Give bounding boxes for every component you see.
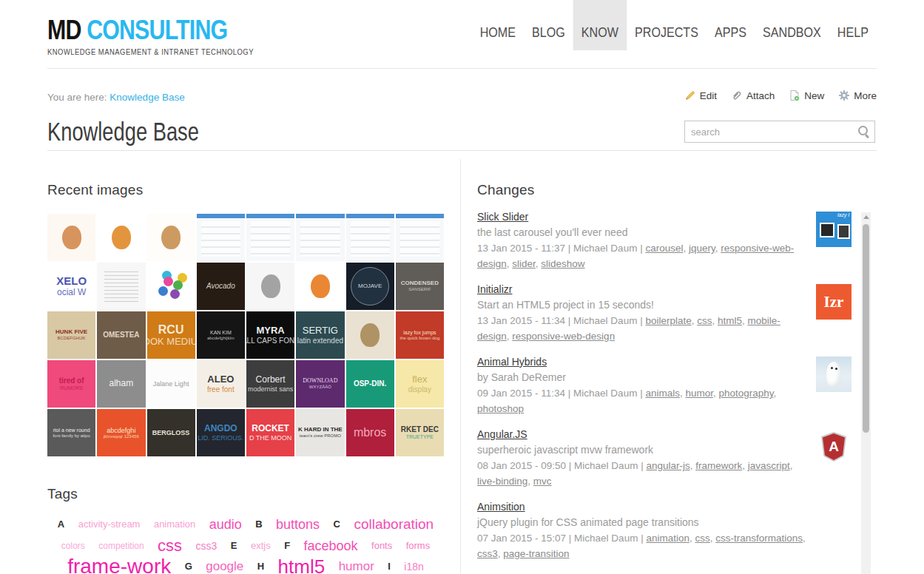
image-thumbnail[interactable]: [346, 214, 394, 261]
image-thumbnail[interactable]: flexdisplay: [396, 360, 444, 408]
image-thumbnail[interactable]: [197, 214, 245, 261]
image-thumbnail[interactable]: OSP-DIN.: [346, 360, 394, 408]
tag-link-fonts[interactable]: fonts: [371, 540, 392, 551]
change-entry-tag-link[interactable]: html5: [718, 315, 742, 326]
image-thumbnail[interactable]: abcdefghijklmnopqr 123456: [97, 409, 145, 456]
image-thumbnail[interactable]: HUNK FIVEBCDEFGHIJK: [47, 311, 95, 359]
image-thumbnail[interactable]: ROCKETD THE MOON: [246, 409, 294, 456]
change-entry-title-link[interactable]: Angular.JS: [477, 428, 527, 440]
nav-item-blog[interactable]: BLOG: [524, 0, 573, 50]
change-entry-tag-link[interactable]: humor: [685, 388, 713, 399]
image-thumbnail[interactable]: MOJAVE: [346, 263, 394, 310]
tag-link-css3[interactable]: css3: [196, 540, 217, 552]
change-entry-tag-link[interactable]: slider: [512, 258, 536, 269]
toolbar-action-edit[interactable]: Edit: [684, 90, 717, 101]
image-thumbnail[interactable]: alham: [97, 360, 145, 408]
image-thumbnail[interactable]: riol a new roundfont-family by atipo: [47, 409, 95, 456]
image-thumbnail[interactable]: CONDENSEDSANSERIF: [396, 263, 444, 310]
scroll-up-arrow-icon[interactable]: [861, 212, 871, 222]
tag-link-audio[interactable]: audio: [209, 517, 242, 532]
tag-link-colors[interactable]: colors: [61, 541, 85, 551]
change-entry-tag-link[interactable]: page-transition: [503, 548, 569, 559]
image-thumbnail[interactable]: [346, 311, 394, 359]
change-entry-tag-link[interactable]: slideshow: [541, 258, 584, 269]
image-thumbnail[interactable]: Avocado: [197, 263, 245, 310]
image-thumbnail[interactable]: [47, 214, 95, 261]
change-entry-tag-link[interactable]: mvc: [533, 476, 552, 487]
tag-link-collaboration[interactable]: collaboration: [354, 516, 434, 532]
change-entry-thumbnail[interactable]: [816, 357, 852, 392]
change-entry-title-link[interactable]: Slick Slider: [477, 211, 528, 223]
image-thumbnail[interactable]: Corbertmodernist sans: [246, 360, 294, 408]
image-thumbnail[interactable]: DOWNLOADWXYZÅÄÖ: [296, 360, 344, 408]
tag-link-frame-work[interactable]: frame-work: [67, 555, 171, 574]
tag-link-css[interactable]: css: [158, 536, 182, 555]
toolbar-action-new[interactable]: New: [789, 90, 824, 101]
tag-link-extjs[interactable]: extjs: [251, 540, 271, 551]
nav-item-sandbox[interactable]: SANDBOX: [755, 0, 829, 50]
change-entry-title-link[interactable]: Animal Hybrids: [477, 356, 547, 368]
image-thumbnail[interactable]: [97, 214, 145, 261]
change-entry-tag-link[interactable]: live-binding: [477, 476, 527, 487]
image-thumbnail[interactable]: [147, 214, 195, 261]
image-thumbnail[interactable]: [97, 263, 145, 310]
nav-item-home[interactable]: HOME: [472, 0, 524, 50]
tag-link-forms[interactable]: forms: [406, 540, 431, 551]
image-thumbnail[interactable]: SERTIGlatin extended: [296, 311, 344, 359]
tag-link-competition[interactable]: competition: [98, 541, 144, 551]
change-entry-tag-link[interactable]: javascript: [748, 460, 790, 471]
change-entry-tag-link[interactable]: css-transformations: [715, 533, 803, 544]
image-thumbnail[interactable]: ANGDOLID. SERIOUS.: [197, 409, 245, 456]
change-entry-tag-link[interactable]: carousel: [645, 243, 683, 254]
image-thumbnail[interactable]: Jalane Light: [147, 360, 195, 408]
image-thumbnail[interactable]: BERGLOSS: [147, 409, 195, 456]
tag-link-animation[interactable]: animation: [154, 519, 195, 530]
image-thumbnail[interactable]: [147, 263, 195, 310]
image-thumbnail[interactable]: RCUBOOK MEDIUM: [147, 311, 195, 359]
image-thumbnail[interactable]: [296, 263, 344, 310]
tag-link-i18n[interactable]: i18n: [404, 561, 423, 573]
nav-item-help[interactable]: HELP: [829, 0, 877, 50]
image-thumbnail[interactable]: lazy fox jumpsthe quick brown dog: [396, 311, 444, 359]
image-thumbnail[interactable]: [396, 214, 444, 261]
change-entry-tag-link[interactable]: angular-js: [646, 460, 689, 471]
change-entry-thumbnail[interactable]: A: [816, 429, 852, 465]
nav-item-know[interactable]: KNOW: [573, 0, 627, 50]
nav-item-projects[interactable]: PROJECTS: [627, 0, 707, 50]
tag-link-google[interactable]: google: [206, 559, 243, 573]
change-entry-tag-link[interactable]: css: [697, 315, 712, 326]
change-entry-title-link[interactable]: Initializr: [477, 283, 512, 295]
image-thumbnail[interactable]: MYRAALL CAPS FONT: [246, 311, 294, 359]
magnifier-icon[interactable]: [856, 124, 872, 140]
image-thumbnail[interactable]: [296, 214, 344, 261]
brand-logo[interactable]: MD CONSULTING KNOWLEDGE MANAGEMENT & INT…: [47, 16, 254, 56]
tag-link-activity-stream[interactable]: activity-stream: [78, 519, 141, 530]
toolbar-action-attach[interactable]: Attach: [731, 90, 775, 101]
tag-link-html5[interactable]: html5: [278, 556, 326, 574]
change-entry-tag-link[interactable]: css3: [477, 548, 498, 559]
nav-item-apps[interactable]: APPS: [707, 0, 755, 50]
change-entry-tag-link[interactable]: animation: [646, 533, 689, 544]
image-thumbnail[interactable]: KAN KIMabcdefghijklm: [197, 311, 245, 359]
change-entry-tag-link[interactable]: css: [695, 533, 709, 544]
change-entry-tag-link[interactable]: framework: [695, 460, 742, 471]
image-thumbnail[interactable]: K HARD IN THEteam's crew PROMO: [296, 409, 344, 456]
tag-link-buttons[interactable]: buttons: [276, 517, 320, 532]
change-entry-tag-link[interactable]: responsive-web-design: [512, 331, 615, 342]
scrollbar-thumb[interactable]: [863, 224, 869, 433]
image-thumbnail[interactable]: [246, 214, 294, 261]
breadcrumb-link-knowledge-base[interactable]: Knowledge Base: [109, 92, 184, 103]
image-thumbnail[interactable]: XELOocial W: [47, 263, 95, 310]
image-thumbnail[interactable]: RKET DECTRUETYPE: [396, 409, 444, 456]
change-entry-tag-link[interactable]: photography: [718, 388, 773, 399]
change-entry-tag-link[interactable]: photoshop: [477, 403, 524, 414]
change-entry-tag-link[interactable]: animals: [645, 388, 680, 399]
toolbar-action-more[interactable]: More: [838, 90, 877, 101]
search-input[interactable]: [685, 126, 856, 138]
change-entry-tag-link[interactable]: jquery: [689, 243, 715, 254]
change-entry-thumbnail[interactable]: Izr: [816, 284, 852, 320]
image-thumbnail[interactable]: OMESTEA: [97, 311, 145, 359]
changes-scrollbar[interactable]: [861, 212, 871, 574]
image-thumbnail[interactable]: tired ofRUMORS: [47, 360, 95, 408]
image-thumbnail[interactable]: ALEOfree font: [197, 360, 245, 408]
